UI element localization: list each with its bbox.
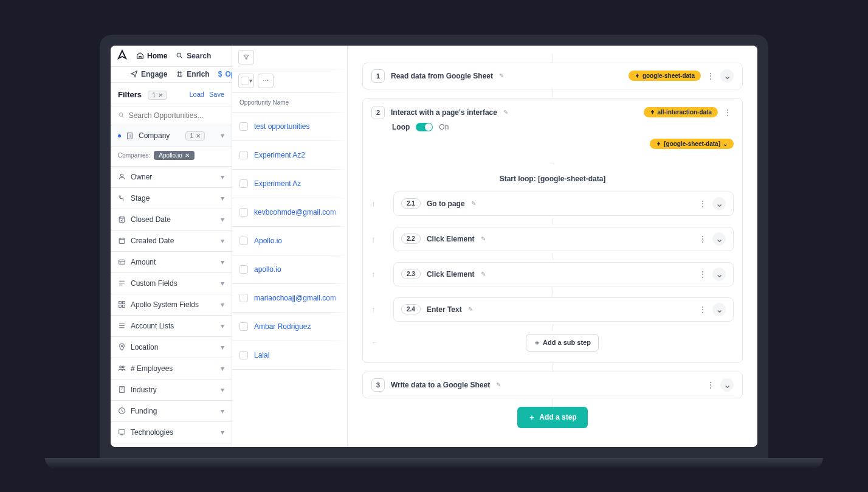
opportunity-row[interactable]: mariaochoajj@gmail.com: [232, 284, 347, 313]
sub-step-num: 2.3: [401, 269, 421, 279]
filter-amount[interactable]: Amount▾: [111, 252, 232, 273]
save-link[interactable]: Save: [209, 91, 224, 98]
add-sub-step-button[interactable]: ＋ Add a sub step: [526, 334, 599, 352]
filter-location[interactable]: Location▾: [111, 337, 232, 358]
select-all-checkbox[interactable]: ▾: [238, 74, 254, 88]
nav-search[interactable]: Search: [176, 52, 211, 60]
filter-funding[interactable]: Funding▾: [111, 401, 232, 422]
more-icon[interactable]: ⋮: [697, 198, 709, 210]
opportunity-row[interactable]: Experiment Az: [232, 170, 347, 198]
edit-icon[interactable]: ✎: [481, 271, 486, 277]
loop-state: On: [439, 123, 449, 131]
more-icon[interactable]: ⋮: [722, 106, 734, 119]
sub-step-label: Click Element: [427, 270, 475, 279]
filter-icon: [118, 364, 126, 372]
nav-enrich[interactable]: Enrich: [176, 70, 209, 78]
chevron-down-icon[interactable]: ⌄: [712, 303, 726, 316]
loop-data-tag[interactable]: [google-sheet-data] ⌄: [650, 139, 734, 149]
more-button[interactable]: ⋯: [258, 74, 274, 88]
chevron-down-icon: ▾: [221, 428, 224, 437]
data-tag[interactable]: all-interaction-data: [644, 107, 718, 117]
filter-stage[interactable]: Stage▾: [111, 188, 232, 209]
filter-created-date[interactable]: Created Date▾: [111, 230, 232, 252]
filter-icon-button[interactable]: [238, 50, 254, 64]
filter-industry[interactable]: Industry▾: [111, 379, 232, 401]
more-icon[interactable]: ⋮: [697, 268, 709, 280]
load-link[interactable]: Load: [189, 91, 204, 98]
opportunity-row[interactable]: kevbcohmde@gmail.com: [232, 198, 347, 227]
edit-icon[interactable]: ✎: [481, 235, 486, 242]
edit-icon[interactable]: ✎: [499, 72, 504, 79]
filter-apollo-system-fields[interactable]: Apollo System Fields▾: [111, 294, 232, 316]
filter-technologies[interactable]: Technologies▾: [111, 422, 232, 443]
sub-step[interactable]: 2.3Click Element✎⋮⌄: [393, 262, 734, 286]
svg-rect-3: [119, 217, 125, 223]
svg-rect-13: [120, 387, 125, 393]
filter-closed-date[interactable]: Closed Date▾: [111, 209, 232, 230]
sub-step[interactable]: 2.2Click Element✎⋮⌄: [393, 227, 734, 251]
row-checkbox[interactable]: [239, 294, 248, 302]
row-checkbox[interactable]: [239, 351, 248, 359]
step-2[interactable]: 2 Interact with a page's interface ✎ all…: [371, 106, 734, 119]
svg-rect-15: [119, 429, 125, 434]
svg-rect-9: [123, 305, 125, 308]
sub-step[interactable]: 2.4Enter Text✎⋮⌄: [393, 297, 734, 322]
row-checkbox[interactable]: [239, 179, 248, 188]
step-3[interactable]: 3 Write data to a Google Sheet ✎ ⋮ ⌄: [362, 372, 743, 398]
more-icon[interactable]: ⋮: [697, 303, 709, 316]
opportunity-row[interactable]: Ambar Rodriguez: [232, 313, 347, 341]
opportunity-row[interactable]: Lalal: [232, 341, 347, 370]
row-checkbox[interactable]: [239, 322, 248, 331]
chevron-down-icon[interactable]: ⌄: [712, 232, 726, 246]
filter-icon: [118, 279, 126, 287]
opportunity-row[interactable]: test opportunities: [232, 113, 347, 141]
chevron-down-icon[interactable]: ⌄: [712, 197, 726, 210]
opportunity-row[interactable]: Experiment Az2: [232, 141, 347, 170]
edit-icon[interactable]: ✎: [471, 200, 476, 207]
row-checkbox[interactable]: [239, 151, 248, 159]
step-1[interactable]: 1 Read data from Google Sheet ✎ google-s…: [362, 63, 743, 89]
nav-home[interactable]: Home: [136, 52, 167, 60]
filter-company[interactable]: Company 1✕ ▾: [111, 125, 232, 147]
row-checkbox[interactable]: [239, 122, 248, 131]
chevron-down-icon[interactable]: ⌄: [720, 69, 734, 83]
row-checkbox[interactable]: [239, 237, 248, 245]
row-checkbox[interactable]: [239, 265, 248, 274]
filter-count-badge[interactable]: 1✕: [148, 91, 167, 100]
chevron-down-icon: ▾: [221, 258, 224, 266]
company-chip[interactable]: Apollo.io✕: [154, 151, 194, 160]
arrow-up-icon: ↑: [371, 269, 379, 279]
row-checkbox[interactable]: [239, 208, 248, 217]
more-icon[interactable]: ⋮: [704, 379, 717, 391]
mid-toolbar: [232, 46, 347, 69]
svg-point-12: [122, 366, 124, 368]
opportunity-row[interactable]: Apollo.io: [232, 227, 347, 255]
edit-icon[interactable]: ✎: [468, 306, 473, 313]
filter-custom-fields[interactable]: Custom Fields▾: [111, 273, 232, 294]
loop-toggle[interactable]: [416, 123, 433, 131]
chevron-down-icon[interactable]: ⌄: [712, 268, 726, 281]
search-input[interactable]: [129, 111, 224, 120]
filter-owner[interactable]: Owner▾: [111, 167, 232, 188]
filter-icon: [118, 194, 126, 202]
sub-step[interactable]: 2.1Go to page✎⋮⌄: [393, 192, 734, 216]
chevron-down-icon[interactable]: ⌄: [720, 378, 734, 392]
more-icon[interactable]: ⋮: [697, 233, 709, 245]
opportunity-name: Ambar Rodriguez: [254, 322, 311, 331]
filter--employees[interactable]: # Employees▾: [111, 358, 232, 379]
chip-close-icon[interactable]: ✕: [185, 152, 190, 159]
close-icon[interactable]: ✕: [158, 92, 163, 99]
opportunity-name: Apollo.io: [254, 237, 282, 245]
edit-icon[interactable]: ✎: [496, 381, 501, 388]
logo-icon: [117, 49, 128, 63]
edit-icon[interactable]: ✎: [503, 109, 508, 116]
filter-account-lists[interactable]: Account Lists▾: [111, 316, 232, 337]
company-count-badge[interactable]: 1✕: [185, 131, 205, 140]
data-tag[interactable]: google-sheet-data: [629, 71, 701, 81]
nav-engage[interactable]: Engage: [130, 70, 167, 78]
step-num: 3: [371, 378, 385, 392]
more-icon[interactable]: ⋮: [704, 70, 717, 82]
add-step-button[interactable]: ＋ Add a step: [517, 407, 587, 428]
column-header: Opportunity Name: [232, 93, 347, 113]
opportunity-row[interactable]: apollo.io: [232, 255, 347, 284]
